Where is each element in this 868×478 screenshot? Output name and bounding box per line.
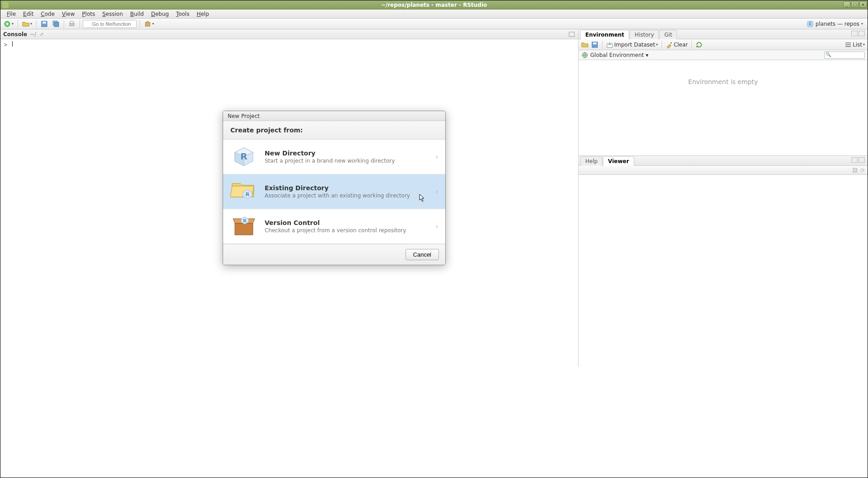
env-scope-bar: Global Environment ▾ 🔍 [579,50,868,60]
svg-text:R: R [808,22,812,27]
pane-minimize-icon[interactable] [851,157,858,163]
toolbar-separator [140,20,140,28]
option-desc: Checkout a project from a version contro… [265,227,428,234]
viewer-export-icon[interactable]: 🖼 [852,167,858,173]
menu-plots[interactable]: Plots [79,10,99,18]
blank-region [0,367,868,478]
env-body: Environment is empty [579,60,868,155]
menubar: File Edit Code View Plots Session Build … [0,9,868,19]
menu-code[interactable]: Code [37,10,58,18]
cancel-button[interactable]: Cancel [406,249,439,260]
menu-session[interactable]: Session [98,10,126,18]
project-picker[interactable]: R planets — repos ▾ [807,20,866,28]
menu-edit[interactable]: Edit [19,10,37,18]
menu-debug[interactable]: Debug [147,10,172,18]
open-file-button[interactable]: ▾ [21,19,33,28]
window-title: ~/repos/planets - master - RStudio [381,2,487,8]
console-popout-icon[interactable]: ⇗ [38,31,45,38]
console-header: Console ~/ ⇗ [0,29,578,39]
toolbar-separator [691,41,692,49]
option-existing-directory[interactable]: R Existing Directory Associate a project… [223,174,445,209]
console-path: ~/ [30,31,36,37]
new-file-button[interactable]: ▾ [2,19,15,28]
goto-file-input[interactable] [83,20,137,28]
import-dataset-button[interactable]: Import Dataset ▾ [606,41,658,48]
chevron-down-icon: ▾ [861,22,863,26]
chevron-down-icon: ▾ [646,52,649,58]
option-version-control[interactable]: R Version Control Checkout a project fro… [223,209,445,244]
option-title: New Directory [265,150,428,157]
files-tab-strip: Help Viewer [579,156,868,166]
option-desc: Start a project in a brand new working d… [265,158,428,164]
option-title: Version Control [265,219,428,226]
save-icon [591,41,598,48]
console-maximize-icon[interactable] [568,31,575,38]
chevron-right-icon: › [435,223,438,230]
menu-tools[interactable]: Tools [173,10,193,18]
svg-text:R: R [246,192,250,197]
svg-rect-7 [145,23,150,26]
pane-maximize-icon[interactable] [859,31,865,36]
tab-environment[interactable]: Environment [580,30,629,39]
env-open-button[interactable] [581,41,588,48]
menu-view[interactable]: View [58,10,78,18]
env-save-button[interactable] [591,41,598,48]
cube-r-icon: R [230,146,257,168]
window-titlebar: ~/repos/planets - master - RStudio _ □ × [0,0,868,9]
dialog-heading: Create project from: [223,121,445,140]
tab-git[interactable]: Git [659,30,677,39]
pane-minimize-icon[interactable] [851,31,858,36]
chevron-right-icon: › [435,188,438,195]
svg-rect-6 [70,21,73,23]
tab-viewer[interactable]: Viewer [603,156,634,166]
save-all-icon [52,20,60,28]
environment-pane: Environment History Git Import Da [579,29,868,156]
toolbar-separator [662,41,662,49]
menu-build[interactable]: Build [126,10,147,18]
new-project-dialog: New Project Create project from: R New D… [223,111,446,265]
box-r-icon: R [230,216,257,237]
toolbar-separator [79,20,80,28]
console-title: Console [3,31,27,37]
dialog-option-list: R New Directory Start a project in a bra… [223,140,445,244]
console-prompt: > [4,42,7,48]
folder-open-icon [581,41,588,48]
print-button[interactable] [67,19,77,28]
tab-help[interactable]: Help [580,156,602,166]
folder-r-icon: R [230,181,257,202]
print-icon [68,20,75,28]
window-minimize-button[interactable]: _ [843,1,850,8]
save-icon [41,20,48,28]
option-new-directory[interactable]: R New Directory Start a project in a bra… [223,140,445,174]
dialog-footer: Cancel [223,244,445,265]
project-label: planets — repos [816,21,859,27]
scope-label[interactable]: Global Environment [590,52,644,58]
svg-text:R: R [240,151,247,162]
refresh-icon [695,41,703,48]
pane-maximize-icon[interactable] [859,157,865,163]
menu-help[interactable]: Help [193,10,212,18]
project-icon: R [807,20,814,28]
clear-button[interactable]: Clear [666,41,688,48]
window-maximize-button[interactable]: □ [851,1,859,8]
svg-rect-4 [54,22,59,27]
chevron-right-icon: › [435,153,438,160]
tab-history[interactable]: History [630,30,659,39]
toolbar-separator [18,20,18,28]
broom-icon [666,41,673,48]
refresh-button[interactable] [695,41,703,48]
svg-rect-2 [42,22,46,23]
viewer-refresh-icon[interactable]: ⟳ [860,167,865,173]
env-tab-strip: Environment History Git [579,29,868,39]
toolbar-separator [64,20,64,28]
tools-button[interactable]: ▾ [143,19,155,28]
list-view-button[interactable]: List ▾ [845,41,865,48]
save-all-button[interactable] [51,19,61,28]
list-icon [845,41,852,48]
save-button[interactable] [39,19,49,28]
menu-file[interactable]: File [3,10,19,18]
main-toolbar: ▾ ▾ ↪ ▾ R planets — repos ▾ [0,19,868,29]
window-close-button[interactable]: × [859,1,867,8]
env-search-wrap: 🔍 [824,52,865,59]
svg-text:R: R [243,219,247,223]
